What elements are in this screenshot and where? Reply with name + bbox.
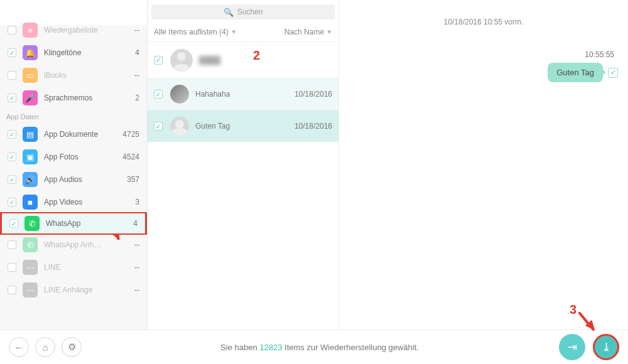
back-button[interactable]: ← <box>9 337 29 357</box>
download-icon: ⤓ <box>602 340 611 354</box>
checkbox-icon[interactable] <box>154 56 163 65</box>
search-input[interactable]: 🔍 Suchen <box>151 4 335 19</box>
sidebar-item-app-fotos[interactable]: ▣ App Fotos 4524 <box>0 146 147 168</box>
checkbox-icon[interactable] <box>8 286 16 294</box>
book-icon: ▭ <box>23 68 38 83</box>
checkbox-icon[interactable] <box>8 26 16 35</box>
sidebar-item-ibooks[interactable]: ▭ iBooks -- <box>0 64 147 87</box>
avatar-icon <box>170 49 193 72</box>
doc-icon: ▤ <box>23 127 38 142</box>
callout-2: 2 <box>253 48 260 63</box>
message-text: Guten Tag <box>556 68 594 77</box>
message-row: Guten Tag <box>548 63 618 82</box>
whatsapp-attachment-icon: ✆ <box>23 237 38 252</box>
chat-date: 10/18/2016 <box>295 122 332 131</box>
export-to-computer-button[interactable]: ⤓ <box>593 334 619 360</box>
list-filter-dropdown[interactable]: Alle Items auflisten (4) ▼ <box>154 28 237 36</box>
sidebar-item-count: -- <box>134 26 139 35</box>
dropdown-label: Alle Items auflisten (4) <box>154 28 229 36</box>
checkbox-icon[interactable] <box>8 153 16 161</box>
sidebar-item-count: -- <box>134 71 139 80</box>
home-icon: ⌂ <box>42 342 48 353</box>
sidebar-item-app-audios[interactable]: 🔊 App Audios 357 <box>0 168 147 191</box>
sidebar-item-line[interactable]: ⋯ LINE -- <box>0 256 147 279</box>
avatar-icon <box>170 85 189 104</box>
callout-3: 3 <box>570 302 577 317</box>
gear-icon: ⚙ <box>68 341 76 353</box>
sidebar: ≡ Wiedergabeliste -- 🔔 Klingeltöne 4 ▭ i… <box>0 0 148 329</box>
sidebar-item-count: -- <box>134 240 139 249</box>
checkbox-icon[interactable] <box>9 219 18 228</box>
chat-name: Hahahaha <box>195 90 230 99</box>
search-placeholder: Suchen <box>237 8 263 16</box>
chat-row[interactable]: ████ <box>148 41 338 78</box>
sidebar-item-count: 2 <box>135 94 139 102</box>
sidebar-item-label: Klingeltöne <box>44 48 135 57</box>
chat-detail: 10/18/2016 10:55 vorm. 10:55:55 Guten Ta… <box>339 0 628 329</box>
chat-row[interactable]: Hahahaha 10/18/2016 <box>148 78 338 110</box>
status-count: 12823 <box>259 343 282 352</box>
sidebar-item-count: 3 <box>135 198 139 206</box>
sidebar-item-count: 4 <box>135 48 139 57</box>
sidebar-item-label: App Videos <box>44 198 135 206</box>
export-to-device-button[interactable]: ⇥ <box>559 334 585 360</box>
chevron-down-icon: ▼ <box>327 29 332 35</box>
sidebar-item-label: Sprachmemos <box>44 94 135 102</box>
device-icon: ⇥ <box>568 340 577 354</box>
sidebar-item-label: App Fotos <box>44 153 122 161</box>
bell-icon: 🔔 <box>23 45 38 60</box>
sidebar-item-label: WhatsApp Anh… <box>44 240 134 249</box>
mic-icon: 🎤 <box>23 90 38 105</box>
sidebar-item-count: 4 <box>133 219 138 228</box>
sidebar-item-label: LINE Anhänge <box>44 286 134 294</box>
sidebar-item-label: App Audios <box>44 175 127 184</box>
checkbox-icon[interactable] <box>8 240 16 249</box>
message-bubble[interactable]: Guten Tag <box>548 63 603 82</box>
message-time: 10:55:55 <box>585 50 614 59</box>
chat-row[interactable]: Guten Tag 10/18/2016 <box>148 110 338 142</box>
audio-icon: 🔊 <box>23 172 38 187</box>
settings-button[interactable]: ⚙ <box>62 337 82 357</box>
checkbox-icon[interactable] <box>154 90 163 99</box>
chevron-down-icon: ▼ <box>231 29 237 35</box>
checkbox-icon[interactable] <box>8 175 16 184</box>
conversation-timestamp: 10/18/2016 10:55 vorm. <box>339 0 628 26</box>
checkbox-icon[interactable] <box>154 122 163 131</box>
home-button[interactable]: ⌂ <box>35 337 55 357</box>
checkbox-icon[interactable] <box>8 71 16 80</box>
line-icon: ⋯ <box>23 260 38 275</box>
status-text: Sie haben 12823 Items zur Wiederherstell… <box>88 343 551 352</box>
sidebar-item-sprachmemos[interactable]: 🎤 Sprachmemos 2 <box>0 87 147 109</box>
checkbox-icon[interactable] <box>608 68 618 78</box>
chat-name: ████ <box>199 56 220 65</box>
checkbox-icon[interactable] <box>8 48 16 57</box>
sidebar-item-klingeltoene[interactable]: 🔔 Klingeltöne 4 <box>0 41 147 64</box>
checkbox-icon[interactable] <box>8 263 16 272</box>
sidebar-item-whatsapp-anh[interactable]: ✆ WhatsApp Anh… -- <box>0 233 147 256</box>
sidebar-item-wiedergabeliste[interactable]: ≡ Wiedergabeliste -- <box>0 19 147 41</box>
photo-icon: ▣ <box>23 149 38 164</box>
chat-sidebar: 🔍 Suchen Alle Items auflisten (4) ▼ Nach… <box>148 0 339 329</box>
sidebar-item-app-videos[interactable]: ■ App Videos 3 <box>0 191 147 213</box>
sidebar-group-label: App Daten <box>0 109 147 123</box>
sidebar-item-count: 4524 <box>122 153 139 161</box>
sidebar-item-count: -- <box>134 286 139 294</box>
bottom-toolbar: ← ⌂ ⚙ Sie haben 12823 Items zur Wiederhe… <box>0 329 628 364</box>
avatar-icon <box>170 117 189 136</box>
checkbox-icon[interactable] <box>8 198 16 206</box>
chat-name: Guten Tag <box>195 122 230 131</box>
search-icon: 🔍 <box>224 8 234 17</box>
sidebar-item-line-anhaenge[interactable]: ⋯ LINE Anhänge -- <box>0 279 147 301</box>
sidebar-item-label: Wiedergabeliste <box>44 26 134 35</box>
sidebar-item-count: -- <box>134 263 139 272</box>
checkbox-icon[interactable] <box>8 94 16 102</box>
sidebar-item-whatsapp[interactable]: ✆ WhatsApp 4 <box>0 212 147 235</box>
sort-dropdown[interactable]: Nach Name ▼ <box>284 28 332 36</box>
line-attachment-icon: ⋯ <box>23 282 38 297</box>
chat-date: 10/18/2016 <box>295 90 332 99</box>
sidebar-item-app-dokumente[interactable]: ▤ App Dokumente 4725 <box>0 123 147 146</box>
sidebar-item-label: iBooks <box>44 71 134 80</box>
sidebar-item-label: LINE <box>44 263 134 272</box>
dropdown-label: Nach Name <box>284 28 324 36</box>
checkbox-icon[interactable] <box>8 130 16 139</box>
